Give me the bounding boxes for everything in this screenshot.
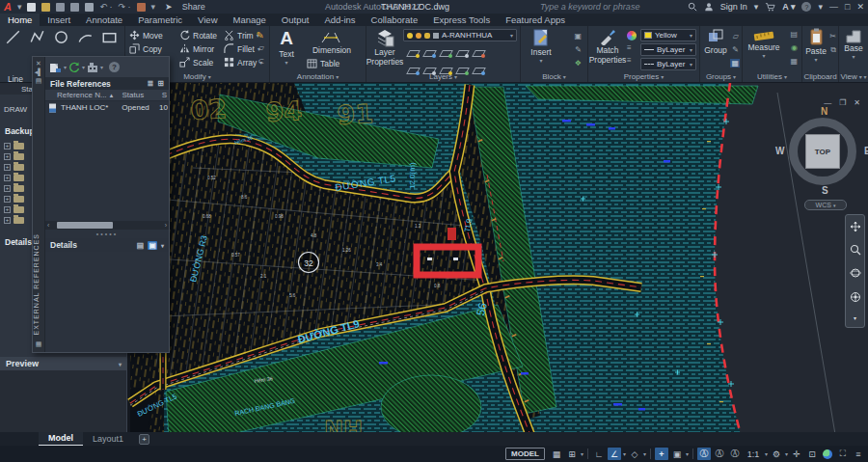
tab-add-ins[interactable]: Add-ins	[316, 14, 363, 26]
plot-icon[interactable]	[85, 3, 94, 12]
tab-parametric[interactable]: Parametric	[130, 14, 190, 26]
tab-manage[interactable]: Manage	[226, 14, 274, 26]
change-path-icon[interactable]	[87, 62, 98, 73]
table-button[interactable]: Table	[307, 59, 339, 68]
viewcube[interactable]: N S W E TOP WCS▾	[783, 108, 866, 201]
scrollbar-thumb[interactable]	[57, 222, 113, 229]
erase-icon[interactable]: ✎	[257, 30, 264, 41]
layers-panel-label[interactable]: Layers▾	[366, 72, 520, 81]
navigation-bar[interactable]: ▾	[845, 214, 865, 328]
linetype-icon[interactable]: ≡	[627, 56, 632, 65]
tab-collaborate[interactable]: Collaborate	[364, 14, 426, 26]
annotation-visibility-icon[interactable]: Ⓐ	[697, 448, 711, 460]
insert-button[interactable]: Insert▾	[525, 28, 557, 64]
object-snap-icon[interactable]: ▣	[670, 448, 684, 460]
group-selection-icon[interactable]: ▦	[730, 59, 740, 68]
ortho-mode-icon[interactable]: ∟	[592, 448, 606, 460]
measure-button[interactable]: Measure▾	[745, 29, 783, 59]
app-menu-arrow-icon[interactable]: ▾	[17, 0, 22, 14]
user-icon[interactable]	[704, 2, 714, 12]
scale-dropdown-icon[interactable]: ▾	[765, 450, 768, 457]
viewcube-west[interactable]: W	[775, 146, 784, 156]
calculator-icon[interactable]: ▦	[790, 57, 798, 66]
undo-icon[interactable]: ↶ ·	[99, 0, 112, 14]
details-list-icon[interactable]: ▤	[137, 241, 145, 250]
details-dropdown-icon[interactable]: ▾	[161, 242, 164, 249]
model-space-button[interactable]: MODEL	[505, 448, 545, 460]
palette-autohide-icon[interactable]: ◂▌	[35, 68, 42, 76]
wcs-button[interactable]: WCS▾	[804, 200, 847, 210]
lineweight-dropdown[interactable]: ByLayer▾	[640, 43, 696, 56]
help-icon[interactable]: ?	[801, 2, 811, 12]
create-block-icon[interactable]: ▣	[574, 32, 582, 41]
isodraft-icon[interactable]: ◇	[628, 448, 641, 460]
zoom-icon[interactable]	[850, 244, 861, 256]
sign-in-button[interactable]: Sign In	[720, 2, 747, 12]
dimension-button[interactable]: Dimension	[303, 30, 361, 55]
new-file-icon[interactable]	[27, 3, 36, 12]
search-input[interactable]: Type a keyword or phrase	[540, 0, 639, 14]
linetype-dropdown[interactable]: ByLayer▾	[640, 58, 696, 70]
match-properties-button[interactable]: MatchProperties	[589, 28, 626, 65]
attach-dwg-icon[interactable]	[49, 62, 62, 73]
groups-panel-label[interactable]: Groups▾	[700, 72, 742, 81]
utilities-panel-label[interactable]: Utilities▾	[743, 72, 801, 81]
workspace-icon[interactable]	[137, 3, 146, 12]
save-as-icon[interactable]	[70, 3, 79, 12]
app-store-cart-icon[interactable]	[765, 2, 775, 12]
refresh-icon[interactable]	[68, 62, 80, 73]
path-dropdown-icon[interactable]: ▾	[100, 64, 103, 70]
color-dropdown[interactable]: Yellow▾	[640, 29, 696, 41]
scroll-left-icon[interactable]: ‹	[47, 222, 49, 229]
tab-view[interactable]: View	[190, 14, 225, 26]
tab-insert[interactable]: Insert	[40, 14, 78, 26]
copy-clip-icon[interactable]: ⧉	[830, 45, 836, 55]
osnap-dropdown-icon[interactable]: ▾	[686, 450, 689, 457]
tab-featured-apps[interactable]: Featured Apps	[498, 14, 573, 26]
rectangle-tool-icon[interactable]	[102, 30, 117, 44]
edit-block-icon[interactable]: ✎	[575, 45, 582, 54]
autocad-logo-icon[interactable]: A	[4, 0, 12, 14]
help-dropdown-icon[interactable]: ▾	[818, 2, 823, 12]
graphics-performance-icon[interactable]	[821, 448, 834, 460]
customization-dropdown-icon[interactable]: ▾	[785, 450, 788, 457]
save-icon[interactable]	[56, 3, 65, 12]
arc-tool-icon[interactable]	[78, 30, 93, 44]
text-button[interactable]: A Text▾	[272, 28, 301, 66]
grid-display-icon[interactable]: ▦	[550, 448, 563, 460]
tab-annotate[interactable]: Annotate	[78, 14, 130, 26]
layout1-tab[interactable]: Layout1	[83, 432, 133, 446]
new-layout-button[interactable]: +	[139, 434, 149, 445]
horizontal-scrollbar[interactable]: ‹ ›	[45, 221, 169, 230]
details-preview-icon[interactable]: ▣	[148, 241, 157, 250]
block-attributes-icon[interactable]: ❖	[575, 59, 582, 68]
model-tab[interactable]: Model	[39, 431, 83, 447]
units-icon[interactable]: ⊡	[805, 448, 819, 460]
annotation-panel-label[interactable]: Annotation▾	[270, 72, 366, 81]
array-button[interactable]: Array▾	[224, 57, 262, 68]
offset-icon[interactable]: ⊂	[258, 57, 264, 66]
fillet-button[interactable]: Fillet▾	[224, 43, 260, 54]
viewcube-east[interactable]: E	[864, 146, 868, 156]
paste-button[interactable]: Paste▾	[803, 28, 828, 63]
layer-dropdown[interactable]: A-RANHTHUA ▾	[403, 29, 517, 41]
orbit-icon[interactable]	[850, 267, 861, 279]
tab-home[interactable]: Home	[0, 14, 40, 26]
tab-output[interactable]: Output	[274, 14, 317, 26]
color-wheel-icon[interactable]	[627, 31, 637, 41]
maximize-button[interactable]: □	[845, 2, 850, 12]
column-reference-name[interactable]: Reference N...	[57, 91, 107, 99]
status-menu-icon[interactable]: ≡	[852, 448, 865, 460]
lineweight-icon[interactable]: ≡	[627, 43, 632, 52]
minimize-button[interactable]: —	[829, 2, 838, 12]
viewcube-north[interactable]: N	[821, 106, 827, 117]
attach-dropdown-icon[interactable]: ▾	[64, 64, 67, 70]
rotate-button[interactable]: Rotate	[179, 30, 217, 41]
customization-gear-icon[interactable]: ⚙	[770, 448, 783, 460]
refresh-dropdown-icon[interactable]: ▾	[82, 64, 85, 70]
viewcube-top-face[interactable]: TOP	[805, 134, 840, 169]
search-icon[interactable]	[688, 2, 697, 12]
copy-button[interactable]: Copy	[129, 43, 162, 54]
id-point-icon[interactable]: ◉	[791, 43, 798, 52]
tab-express-tools[interactable]: Express Tools	[425, 14, 498, 26]
